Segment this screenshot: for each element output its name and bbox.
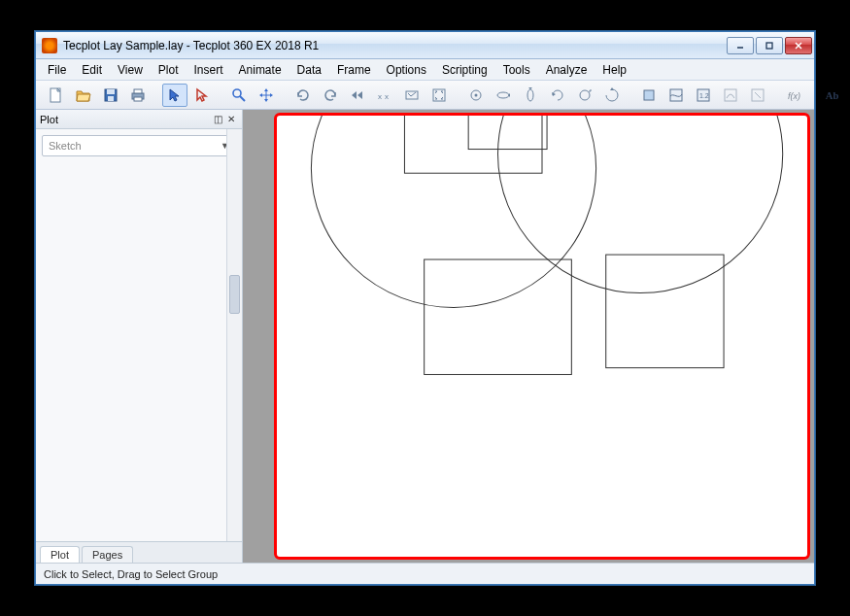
svg-line-30 <box>755 92 761 98</box>
svg-point-22 <box>527 89 533 101</box>
svg-text:x: x <box>378 92 382 101</box>
sketch-rect-top-small[interactable] <box>468 116 547 150</box>
menu-plot[interactable]: Plot <box>151 59 187 80</box>
last-view-button[interactable] <box>345 84 370 107</box>
menu-edit[interactable]: Edit <box>74 59 110 80</box>
tab-pages[interactable]: Pages <box>82 546 133 563</box>
sketch-rect-bottom-left[interactable] <box>425 259 572 374</box>
sketch-rect-top-large[interactable] <box>404 116 542 173</box>
menu-data[interactable]: Data <box>289 59 329 80</box>
svg-rect-10 <box>134 97 142 101</box>
app-window: Tecplot Lay Sample.lay - Tecplot 360 EX … <box>35 31 815 585</box>
menu-animate[interactable]: Animate <box>231 59 289 80</box>
sidebar: Plot ◫ ✕ Sketch ▼ Plot Pages <box>36 110 243 563</box>
sketch-circle-left[interactable] <box>311 116 595 307</box>
panel-scrollbar[interactable] <box>226 129 242 541</box>
sketch-rect-bottom-right[interactable] <box>606 255 724 367</box>
menubar: File Edit View Plot Insert Animate Data … <box>36 59 814 81</box>
rotate-x-button[interactable] <box>491 84 516 107</box>
svg-text:Ab: Ab <box>826 90 839 101</box>
tab-plot[interactable]: Plot <box>40 546 80 563</box>
translate-button[interactable] <box>254 84 279 107</box>
streamtrace-button[interactable]: 1.2 <box>691 84 716 107</box>
rotate-y-button[interactable] <box>518 84 543 107</box>
redraw-button[interactable] <box>290 84 316 107</box>
app-icon <box>42 38 57 53</box>
titlebar: Tecplot Lay Sample.lay - Tecplot 360 EX … <box>36 32 814 59</box>
close-button[interactable] <box>785 37 812 54</box>
save-layout-button[interactable] <box>98 84 123 107</box>
window-title: Tecplot Lay Sample.lay - Tecplot 360 EX … <box>63 39 727 52</box>
svg-rect-1 <box>766 43 772 49</box>
statusbar: Click to Select, Drag to Select Group <box>36 563 814 584</box>
slice-button[interactable] <box>636 84 662 107</box>
sketch-svg <box>277 116 807 557</box>
svg-rect-28 <box>725 89 736 101</box>
rotate-spin-button[interactable] <box>599 84 625 107</box>
sketch-frame[interactable] <box>274 113 810 560</box>
menu-insert[interactable]: Insert <box>187 59 231 80</box>
toolbar: xx 1.2 f(x) Ab <box>36 81 814 110</box>
svg-point-21 <box>497 92 509 98</box>
rotate-center-button[interactable] <box>463 84 489 107</box>
menu-file[interactable]: File <box>40 59 74 80</box>
plot-type-combo[interactable]: Sketch ▼ <box>42 135 236 156</box>
menu-analyze[interactable]: Analyze <box>538 59 595 80</box>
new-layout-button[interactable] <box>44 84 69 107</box>
select-tool-button[interactable] <box>162 84 187 107</box>
svg-point-23 <box>580 90 590 100</box>
status-text: Click to Select, Drag to Select Group <box>44 568 218 580</box>
menu-scripting[interactable]: Scripting <box>434 59 495 80</box>
fx-button[interactable]: f(x) <box>782 84 807 107</box>
scrollbar-thumb[interactable] <box>229 275 240 314</box>
panel-header: Plot ◫ ✕ <box>36 110 242 129</box>
svg-rect-9 <box>134 89 142 93</box>
svg-point-11 <box>233 89 241 97</box>
rotate-z-button[interactable] <box>545 84 570 107</box>
svg-text:f(x): f(x) <box>788 91 800 101</box>
menu-frame[interactable]: Frame <box>329 59 379 80</box>
svg-rect-18 <box>433 89 445 101</box>
canvas-area[interactable] <box>243 110 814 563</box>
minimize-button[interactable] <box>727 37 754 54</box>
contour-button[interactable] <box>718 84 743 107</box>
menu-tools[interactable]: Tools <box>495 59 538 80</box>
iso-surface-button[interactable] <box>663 84 689 107</box>
svg-rect-24 <box>644 90 654 100</box>
open-layout-button[interactable] <box>71 84 96 107</box>
text-tool-button[interactable]: Ab <box>819 84 848 107</box>
axis-fit-button[interactable]: xx <box>372 84 397 107</box>
panel-tabs: Plot Pages <box>36 541 242 563</box>
menu-options[interactable]: Options <box>379 59 434 80</box>
zoom-button[interactable] <box>226 84 252 107</box>
print-button[interactable] <box>125 84 151 107</box>
plot-type-value: Sketch <box>49 140 82 152</box>
window-controls <box>727 37 812 54</box>
client-area: Plot ◫ ✕ Sketch ▼ Plot Pages <box>36 110 814 563</box>
reset-view-button[interactable] <box>318 84 343 107</box>
panel-body: Sketch ▼ <box>36 129 242 541</box>
menu-help[interactable]: Help <box>595 59 634 80</box>
maximize-button[interactable] <box>756 37 783 54</box>
sketch-circle-right[interactable] <box>498 116 783 293</box>
svg-text:x: x <box>385 92 389 101</box>
probe-button[interactable] <box>745 84 770 107</box>
menu-view[interactable]: View <box>110 59 151 80</box>
panel-title: Plot <box>40 114 58 125</box>
undock-icon[interactable]: ◫ <box>211 113 224 126</box>
fit-data-button[interactable] <box>399 84 425 107</box>
svg-rect-6 <box>107 89 115 94</box>
svg-text:1.2: 1.2 <box>699 92 709 99</box>
rotate-roll-button[interactable] <box>572 84 597 107</box>
svg-point-20 <box>475 93 478 96</box>
fit-frame-button[interactable] <box>426 84 452 107</box>
svg-line-12 <box>240 96 245 101</box>
adjust-tool-button[interactable] <box>189 84 215 107</box>
svg-rect-7 <box>108 96 114 101</box>
close-panel-icon[interactable]: ✕ <box>224 113 238 126</box>
